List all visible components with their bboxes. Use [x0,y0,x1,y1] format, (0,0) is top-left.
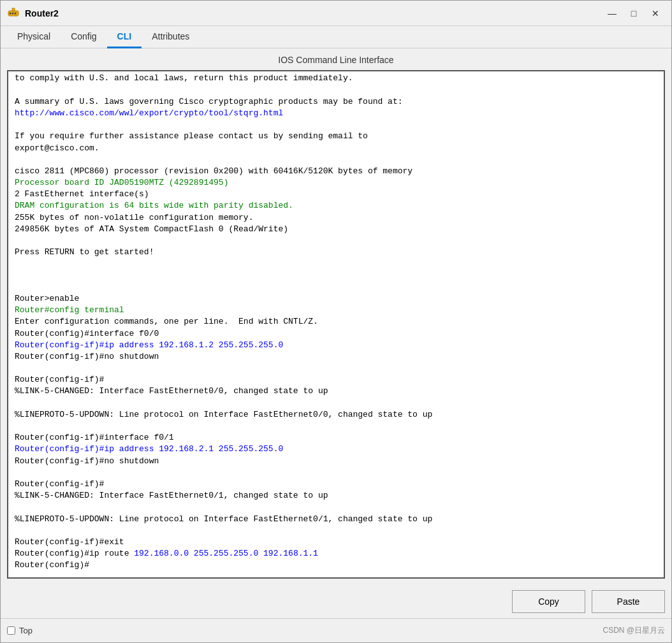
terminal-line [15,119,657,131]
terminal-line: A summary of U.S. laws governing Cisco c… [15,96,657,108]
tab-config[interactable]: Config [61,26,106,48]
terminal-line: %LINK-5-CHANGED: Interface FastEthernet0… [15,490,657,502]
terminal-line: If you require further assistance please… [15,131,657,142]
maximize-button[interactable]: □ [624,6,643,21]
cli-section-title: IOS Command Line Interface [7,55,665,65]
terminal-line [15,421,657,432]
terminal-line [15,85,657,96]
terminal-line: %LINEPROTO-5-UPDOWN: Line protocol on In… [15,514,657,525]
terminal-line: 2 FastEthernet interface(s) [15,189,657,200]
main-window: Router2 — □ ✕ Physical Config CLI Attrib… [0,0,672,643]
terminal-line: http://www.cisco.com/wwl/export/crypto/t… [15,108,657,119]
svg-point-2 [12,12,14,14]
svg-rect-4 [12,8,15,11]
terminal-line: export@cisco.com. [15,143,657,154]
watermark: CSDN @日星月云 [603,625,665,636]
terminal-line: Router>enable [15,293,657,305]
terminal-line: Router(config-if)#no shutdown [15,351,657,363]
tab-attributes[interactable]: Attributes [142,26,200,48]
terminal-line: %LINEPROTO-5-UPDOWN: Line protocol on In… [15,409,657,421]
terminal-line: Router(config)#interface f0/0 [15,328,657,340]
terminal-line: %LINK-5-CHANGED: Interface FastEthernet0… [15,386,657,397]
terminal-line [15,235,657,247]
terminal-line [15,467,657,479]
terminal-line: DRAM configuration is 64 bits wide with … [15,200,657,212]
terminal-line [15,270,657,282]
terminal-line [15,258,657,270]
terminal-line: 249856K bytes of ATA System CompactFlash… [15,224,657,235]
terminal-line [15,282,657,293]
terminal-line: Router#config terminal [15,305,657,316]
bottom-bar: Top CSDN @日星月云 [1,618,671,642]
terminal-line: Router(config-if)#exit [15,537,657,548]
terminal-line: to comply with U.S. and local laws, retu… [15,73,657,84]
terminal-line [15,154,657,166]
terminal-line: 255K bytes of non-volatile configuration… [15,212,657,224]
terminal-line: Router(config-if)# [15,479,657,490]
terminal-line: cisco 2811 (MPC860) processor (revision … [15,166,657,177]
terminal-line [15,502,657,513]
minimize-button[interactable]: — [603,6,622,21]
terminal-line: Router(config-if)#no shutdown [15,456,657,467]
title-bar: Router2 — □ ✕ [1,1,671,26]
close-button[interactable]: ✕ [646,6,665,21]
window-controls: — □ ✕ [603,6,665,21]
terminal-line: Router(config)#ip route 192.168.0.0 255.… [15,548,657,560]
terminal-line: Processor board ID JAD05190MTZ (42928914… [15,177,657,189]
svg-point-3 [15,12,17,14]
terminal-line [15,398,657,409]
terminal-line: Enter configuration commands, one per li… [15,316,657,328]
terminal-line: Router(config-if)# [15,374,657,386]
terminal-line [15,525,657,537]
svg-point-1 [10,12,11,14]
paste-button[interactable]: Paste [592,590,665,613]
copy-button[interactable]: Copy [512,590,585,613]
terminal-line: Press RETURN to get started! [15,247,657,258]
bottom-left: Top [7,626,33,635]
terminal-line [15,363,657,374]
top-checkbox[interactable] [7,626,15,635]
terminal-line: Router(config-if)#ip address 192.168.2.1… [15,444,657,455]
terminal-line: Router(config)# [15,560,657,571]
main-content: IOS Command Line Interface to comply wit… [1,48,671,585]
button-row: Copy Paste [1,585,671,618]
window-title: Router2 [25,8,603,18]
tab-cli[interactable]: CLI [107,26,142,48]
tab-physical[interactable]: Physical [7,26,61,48]
terminal-line: Router(config-if)#ip address 192.168.1.2… [15,340,657,351]
tab-bar: Physical Config CLI Attributes [1,26,671,48]
app-icon [7,7,20,20]
cli-terminal[interactable]: to comply with U.S. and local laws, retu… [7,70,665,579]
terminal-line: Router(config-if)#interface f0/1 [15,432,657,444]
top-label: Top [19,626,33,635]
